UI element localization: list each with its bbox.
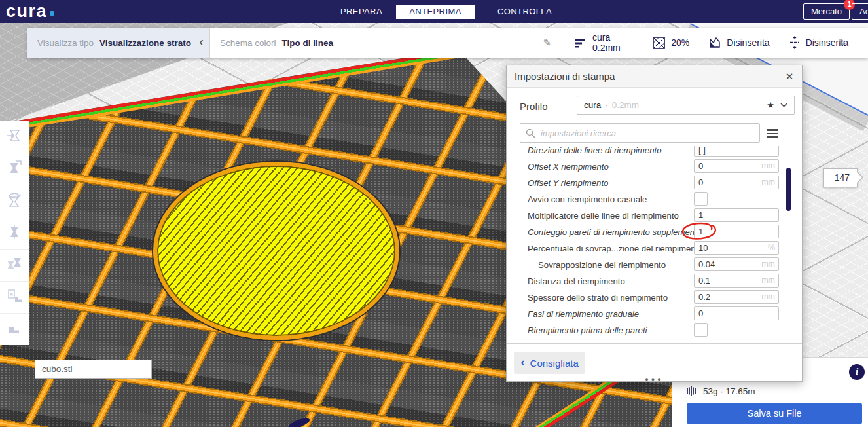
setting-label: Distanza del riempimento xyxy=(528,276,625,286)
setting-label: Avvio con riempimento casuale xyxy=(528,194,647,204)
setting-row: Fasi di riempimento graduale0 xyxy=(507,305,802,322)
chevron-left-icon: ‹ xyxy=(520,355,524,369)
setting-value: 1 xyxy=(698,225,703,238)
move-tool-button[interactable] xyxy=(0,121,29,153)
per-model-settings-tool-button[interactable] xyxy=(0,250,29,282)
support-icon xyxy=(709,37,721,48)
setting-checkbox[interactable] xyxy=(694,192,708,206)
tab-controlla[interactable]: CONTROLLA xyxy=(490,5,560,19)
setting-value-input[interactable]: 1 xyxy=(694,208,779,222)
setting-label: Offset X riempimento xyxy=(528,161,609,171)
model-filename-label: cubo.stl xyxy=(35,360,152,379)
search-input[interactable] xyxy=(539,128,759,139)
setting-label: Spessore dello strato di riempimento xyxy=(528,292,668,302)
setting-value: 0 xyxy=(698,176,703,189)
save-to-file-button[interactable]: Salva su File xyxy=(687,403,862,424)
view-type-dropdown[interactable]: Visualizza tipo Visualizzazione strato ‹ xyxy=(27,28,209,58)
top-navigation-bar: cura PREPARA ANTEPRIMA CONTROLLA Mercato… xyxy=(0,0,868,23)
print-settings-panel: Impostazioni di stampa ✕ Profilo cura · … xyxy=(506,65,803,382)
setting-unit: mm xyxy=(761,258,775,270)
color-scheme-dropdown[interactable]: Schema colori Tipo di linea ✎ xyxy=(209,28,560,58)
setting-value: 0 xyxy=(698,160,703,172)
model-top-surface[interactable] xyxy=(153,162,399,340)
layer-slider-value[interactable]: 147 xyxy=(823,168,858,187)
collapse-chevron-icon[interactable]: ‹ xyxy=(199,34,204,49)
panel-footer-divider xyxy=(507,343,802,344)
settings-search-box[interactable] xyxy=(520,123,760,143)
view-type-label: Visualizza tipo xyxy=(37,38,94,48)
mesh-type-tool-button[interactable] xyxy=(0,282,29,314)
settings-menu-icon[interactable] xyxy=(767,129,778,140)
setting-row: Offset Y riempimento0mm xyxy=(507,174,802,191)
close-icon[interactable]: ✕ xyxy=(782,69,797,84)
setting-label: Moltiplicatore delle linee di riempiment… xyxy=(528,210,679,220)
setting-row: Conteggio pareti di riempimento suppleme… xyxy=(507,223,802,240)
setting-value-input[interactable]: 0mm xyxy=(694,176,779,189)
panel-resize-handle[interactable]: ●●● xyxy=(645,377,663,381)
color-scheme-value: Tipo di linea xyxy=(282,38,334,48)
settings-scrollbar[interactable] xyxy=(786,168,791,211)
mirror-icon xyxy=(6,223,23,243)
rotate-tool-button[interactable] xyxy=(0,185,29,217)
infill-summary-item[interactable]: 20% xyxy=(653,37,689,49)
marketplace-button[interactable]: Mercato 1 xyxy=(803,3,850,20)
setting-value-input[interactable]: 0 xyxy=(694,306,779,320)
setting-value: 0.04 xyxy=(698,258,715,270)
setting-value-input[interactable]: 0.2mm xyxy=(694,290,779,304)
setting-value-input[interactable]: 0.1mm xyxy=(694,274,779,288)
setting-row: Percentuale di sovrap...zione del riempi… xyxy=(507,240,802,256)
setting-row: Sovrapposizione del riempimento0.04mm xyxy=(507,256,802,272)
mirror-tool-button[interactable] xyxy=(0,217,29,250)
search-icon xyxy=(526,128,535,138)
setting-label: Sovrapposizione del riempimento xyxy=(538,259,666,269)
setting-value: 0 xyxy=(698,307,703,320)
scale-tool-button[interactable] xyxy=(0,153,29,185)
setting-value-input[interactable]: 0.04mm xyxy=(694,257,779,271)
setting-value: 0.1 xyxy=(698,274,710,287)
settings-list: Direzioni delle linee di riempimento[ ]O… xyxy=(507,146,802,343)
cura-logo: cura xyxy=(6,0,54,23)
rotate-icon xyxy=(6,191,23,211)
setting-label: Riempimento prima delle pareti xyxy=(528,325,647,335)
edit-pencil-icon[interactable]: ✎ xyxy=(543,37,551,48)
extruder-position-marker xyxy=(287,417,311,427)
setting-value-input[interactable]: 10% xyxy=(694,241,779,255)
infill-icon xyxy=(653,37,665,49)
tab-prepara[interactable]: PREPARA xyxy=(333,5,390,19)
support-blocker-tool-button[interactable] xyxy=(0,314,29,345)
profile-dropdown[interactable]: cura · 0.2mm ★ xyxy=(577,96,795,115)
setting-row: Distanza del riempimento0.1mm xyxy=(507,272,802,289)
setting-unit: mm xyxy=(761,291,775,303)
setting-row: Direzioni delle linee di riempimento[ ] xyxy=(507,146,802,158)
mesh-type-icon xyxy=(6,288,23,307)
print-setup-summary[interactable]: cura 0.2mm 20% Disinserita Disinserita ✎ xyxy=(560,28,868,58)
tab-anteprima[interactable]: ANTEPRIMA xyxy=(396,5,475,19)
filament-icon xyxy=(687,385,697,397)
setting-unit: % xyxy=(768,242,775,254)
setting-checkbox[interactable] xyxy=(694,323,708,337)
setting-value-input[interactable]: 1 xyxy=(694,225,779,238)
setting-row: Offset X riempimento0mm xyxy=(507,158,802,174)
setting-label: Percentuale di sovrap...zione del riempi… xyxy=(528,243,703,253)
setting-row: Moltiplicatore delle linee di riempiment… xyxy=(507,207,802,223)
setting-value: [ ] xyxy=(698,146,706,156)
adhesion-icon xyxy=(789,36,800,49)
favorite-star-icon[interactable]: ★ xyxy=(767,100,774,110)
info-icon[interactable]: i xyxy=(849,364,865,380)
chevron-down-icon xyxy=(780,103,787,107)
support-blocker-icon xyxy=(6,320,23,339)
support-summary-item[interactable]: Disinserita xyxy=(709,37,769,48)
edit-print-setup-pencil-icon[interactable]: ✎ xyxy=(838,37,846,48)
setting-unit: mm xyxy=(761,176,775,189)
color-scheme-label: Schema colori xyxy=(220,38,276,48)
setting-value-input[interactable]: [ ] xyxy=(694,146,779,157)
setting-row: % xyxy=(507,338,802,343)
account-button[interactable]: Accedi xyxy=(852,3,868,20)
setting-value-input[interactable]: 0mm xyxy=(694,159,779,173)
setting-value: 0.2 xyxy=(698,291,710,303)
setting-row: Riempimento prima delle pareti xyxy=(507,322,802,338)
setting-label: Direzioni delle linee di riempimento xyxy=(528,146,662,155)
setting-value: 1 xyxy=(698,209,703,221)
recommended-mode-button[interactable]: ‹ Consigliata xyxy=(514,352,585,374)
profile-summary-item[interactable]: cura 0.2mm xyxy=(575,32,633,53)
